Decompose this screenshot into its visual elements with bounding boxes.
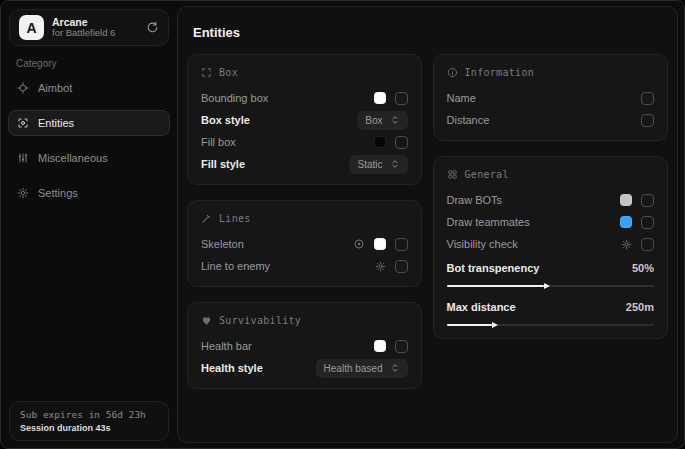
setting-label: Visibility check xyxy=(447,238,518,250)
health-style-dropdown[interactable]: Health based xyxy=(316,359,408,378)
scan-eye-icon xyxy=(17,117,29,129)
draw-teammates-checkbox[interactable] xyxy=(641,216,654,229)
survivability-card: Survivability Health bar Health style He… xyxy=(187,302,422,389)
setting-row-line-to-enemy: Line to enemy xyxy=(201,256,408,276)
setting-label: Skeleton xyxy=(201,238,244,250)
unfold-icon xyxy=(390,115,400,125)
max-distance-slider[interactable] xyxy=(447,324,655,326)
setting-label: Box style xyxy=(201,114,250,126)
crosshair-icon xyxy=(17,82,29,94)
health-bar-color-swatch[interactable] xyxy=(374,340,386,352)
lines-section-header: Lines xyxy=(201,211,408,226)
box-style-dropdown[interactable]: Box xyxy=(357,111,407,130)
gear-icon[interactable] xyxy=(375,261,386,272)
sidebar-item-label: Entities xyxy=(38,117,74,129)
general-card: General Draw BOTs Draw teammates xyxy=(433,156,669,339)
app-window: A Arcane for Battlefield 6 Category Aimb… xyxy=(0,0,685,449)
box-corners-icon xyxy=(201,67,212,78)
draw-teammates-color-swatch[interactable] xyxy=(620,216,632,228)
subscription-card: Sub expires in 56d 23h Session duration … xyxy=(9,401,169,441)
draw-bots-checkbox[interactable] xyxy=(641,194,654,207)
setting-row-fill-box: Fill box xyxy=(201,132,408,152)
section-title: Information xyxy=(465,67,535,78)
lines-card: Lines Skeleton Line to enemy xyxy=(187,200,422,287)
unfold-icon xyxy=(390,159,400,169)
setting-row-name: Name xyxy=(447,88,655,108)
bot-transparency-group: Bot transpenency 50% xyxy=(447,258,655,287)
setting-label: Draw BOTs xyxy=(447,194,503,206)
setting-row-bounding-box: Bounding box xyxy=(201,88,408,108)
max-distance-group: Max distance 250m xyxy=(447,297,655,326)
dropdown-value: Health based xyxy=(324,363,383,374)
sidebar-nav: Aimbot Entities Miscellaneous Settings xyxy=(1,75,177,206)
setting-row-health-style: Health style Health based xyxy=(201,358,408,378)
setting-row-draw-teammates: Draw teammates xyxy=(447,212,655,232)
bounding-box-checkbox[interactable] xyxy=(395,92,408,105)
max-distance-value: 250m xyxy=(626,301,654,313)
health-bar-checkbox[interactable] xyxy=(395,340,408,353)
sidebar-item-label: Miscellaneous xyxy=(38,152,108,164)
box-section-header: Box xyxy=(201,65,408,80)
setting-label: Bounding box xyxy=(201,92,268,104)
setting-row-visibility-check: Visibility check xyxy=(447,234,655,254)
setting-label: Name xyxy=(447,92,476,104)
sidebar-item-aimbot[interactable]: Aimbot xyxy=(8,75,170,101)
visibility-check-checkbox[interactable] xyxy=(641,238,654,251)
sub-expires-text: Sub expires in 56d 23h xyxy=(20,409,158,420)
bounding-box-color-swatch[interactable] xyxy=(374,92,386,104)
line-to-enemy-checkbox[interactable] xyxy=(395,260,408,273)
setting-label: Line to enemy xyxy=(201,260,270,272)
skeleton-checkbox[interactable] xyxy=(395,238,408,251)
gear-icon[interactable] xyxy=(621,239,632,250)
dropdown-value: Static xyxy=(357,159,382,170)
slider-thumb[interactable] xyxy=(544,283,550,289)
information-section-header: Information xyxy=(447,65,655,80)
information-card: Information Name Distance xyxy=(433,54,669,141)
section-title: General xyxy=(465,169,509,180)
page-title: Entities xyxy=(193,25,668,40)
draw-bots-color-swatch[interactable] xyxy=(620,194,632,206)
refresh-icon[interactable] xyxy=(146,21,159,34)
fill-box-color-swatch[interactable] xyxy=(374,136,386,148)
sidebar-item-label: Aimbot xyxy=(38,82,72,94)
setting-label: Fill box xyxy=(201,136,236,148)
setting-label: Fill style xyxy=(201,158,245,170)
sidebar-item-miscellaneous[interactable]: Miscellaneous xyxy=(8,145,170,171)
setting-row-health-bar: Health bar xyxy=(201,336,408,356)
setting-row-box-style: Box style Box xyxy=(201,110,408,130)
fill-box-checkbox[interactable] xyxy=(395,136,408,149)
slider-thumb[interactable] xyxy=(492,322,498,328)
skeleton-color-swatch[interactable] xyxy=(374,238,386,250)
slider-fill xyxy=(447,324,493,326)
eye-icon[interactable] xyxy=(353,238,365,250)
gear-icon xyxy=(17,187,29,199)
pencil-line-icon xyxy=(201,213,212,224)
dropdown-value: Box xyxy=(365,115,382,126)
setting-row-draw-bots: Draw BOTs xyxy=(447,190,655,210)
setting-label: Health style xyxy=(201,362,263,374)
session-duration-text: Session duration 43s xyxy=(20,423,158,433)
sidebar-item-settings[interactable]: Settings xyxy=(8,180,170,206)
setting-row-distance: Distance xyxy=(447,110,655,130)
heart-icon xyxy=(201,315,212,326)
survivability-section-header: Survivability xyxy=(201,313,408,328)
section-title: Survivability xyxy=(219,315,301,326)
distance-checkbox[interactable] xyxy=(641,114,654,127)
unfold-icon xyxy=(390,363,400,373)
section-title: Lines xyxy=(219,213,251,224)
logo-card: A Arcane for Battlefield 6 xyxy=(9,9,169,46)
setting-row-fill-style: Fill style Static xyxy=(201,154,408,174)
setting-row-max-distance: Max distance 250m xyxy=(447,297,655,317)
name-checkbox[interactable] xyxy=(641,92,654,105)
sidebar-item-label: Settings xyxy=(38,187,78,199)
fill-style-dropdown[interactable]: Static xyxy=(349,155,407,174)
bot-transparency-value: 50% xyxy=(632,262,654,274)
setting-row-bot-transparency: Bot transpenency 50% xyxy=(447,258,655,278)
sidebar: A Arcane for Battlefield 6 Category Aimb… xyxy=(1,1,177,448)
sidebar-item-entities[interactable]: Entities xyxy=(8,110,170,136)
bot-transparency-slider[interactable] xyxy=(447,285,655,287)
grid-icon xyxy=(447,169,458,180)
main-panel: Entities Box Bounding box xyxy=(177,6,678,443)
setting-label: Distance xyxy=(447,114,490,126)
general-section-header: General xyxy=(447,167,655,182)
